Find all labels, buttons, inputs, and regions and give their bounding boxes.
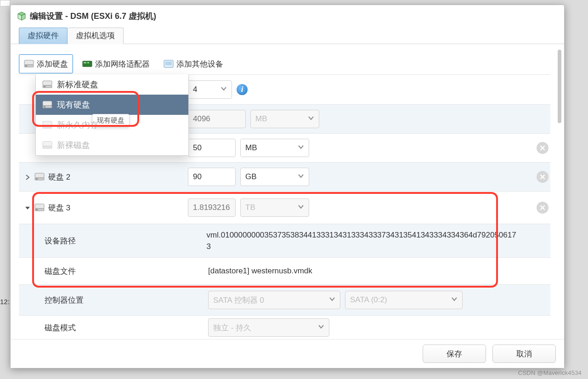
disk2-unit-value: GB: [245, 172, 257, 181]
chevron-down-icon: [308, 114, 314, 124]
add-nic-label: 添加网络适配器: [95, 59, 150, 69]
disk3-row: 硬盘 3 TB: [19, 192, 550, 224]
dialog-title: 编辑设置 - DSM (ESXi 6.7 虚拟机): [30, 11, 156, 22]
disk1-unit-select[interactable]: MB: [240, 139, 309, 157]
info-icon[interactable]: i: [237, 84, 248, 95]
hardware-toolbar: 添加硬盘 添加网络适配器 添加其他设备: [19, 54, 550, 74]
dialog-footer: 保存 取消: [11, 339, 564, 368]
disk1-unit-value: MB: [245, 143, 257, 153]
disk3-unit-select[interactable]: TB: [240, 198, 309, 217]
hard-disk-icon: [42, 121, 52, 129]
remove-disk1-button[interactable]: [537, 142, 548, 154]
expand-disk2-toggle[interactable]: [24, 174, 31, 180]
vertical-scrollbar[interactable]: [558, 50, 561, 334]
chevron-down-icon: [329, 295, 335, 305]
disk3-label: 硬盘 3: [48, 203, 70, 213]
memory-unit-select[interactable]: MB: [250, 110, 319, 128]
device-path-row: 设备路径 vml.0100000000353735383441333134313…: [19, 224, 550, 258]
chevron-down-icon: [318, 323, 324, 332]
new-persistent-memory-label: 新永久内存: [57, 119, 98, 130]
controller-port-value: SATA (0:2): [350, 295, 387, 305]
hard-disk-icon: [42, 101, 52, 109]
chevron-down-icon: [451, 295, 458, 305]
add-hard-disk-label: 添加硬盘: [37, 59, 68, 69]
add-network-adapter-button[interactable]: 添加网络适配器: [78, 54, 154, 74]
tab-vm-options[interactable]: 虚拟机选项: [68, 28, 124, 44]
tab-virtual-hardware[interactable]: 虚拟硬件: [19, 28, 68, 44]
disk1-size-input[interactable]: [188, 139, 236, 157]
chevron-down-icon: [298, 172, 304, 181]
hard-disk-icon: [34, 204, 45, 212]
collapse-disk3-toggle[interactable]: [24, 204, 31, 211]
remove-disk2-button[interactable]: [537, 171, 548, 183]
add-other-label: 添加其他设备: [176, 59, 223, 69]
disk-file-label: 磁盘文件: [45, 266, 76, 277]
disk-mode-select[interactable]: 独立 - 持久: [208, 318, 329, 337]
controller-location-label: 控制器位置: [45, 295, 84, 305]
disk2-size-input[interactable]: [188, 168, 236, 186]
chevron-down-icon: [298, 143, 304, 153]
chevron-down-icon: [220, 85, 227, 94]
disk3-unit-value: TB: [245, 203, 255, 212]
hard-disk-icon: [42, 141, 52, 149]
existing-disk-item[interactable]: 现有硬盘 现有硬盘: [36, 95, 188, 115]
new-raw-disk-label: 新裸磁盘: [57, 140, 90, 151]
device-path-label: 设备路径: [45, 236, 76, 246]
add-other-device-button[interactable]: 添加其他设备: [159, 54, 228, 74]
other-device-icon: [164, 60, 174, 68]
tabs: 虚拟硬件 虚拟机选项: [11, 27, 564, 44]
hard-disk-icon: [42, 80, 52, 89]
nic-icon: [82, 60, 92, 68]
disk2-row: 硬盘 2 GB: [19, 163, 550, 192]
cpu-count-select[interactable]: 4: [188, 80, 232, 99]
disk-mode-row: 磁盘模式 独立 - 持久: [19, 316, 550, 339]
watermark: CSDN @Maverick4534: [518, 369, 582, 376]
vm-icon: [17, 11, 26, 21]
chevron-down-icon: [298, 203, 304, 212]
controller-port-select[interactable]: SATA (0:2): [345, 291, 463, 309]
disk-mode-value: 独立 - 持久: [213, 322, 251, 333]
disk-file-value: [datastore1] westernusb.vmdk: [208, 266, 312, 276]
cancel-button[interactable]: 取消: [492, 345, 556, 363]
disk3-size-input[interactable]: [188, 198, 236, 217]
new-standard-disk-label: 新标准硬盘: [57, 79, 98, 90]
save-button[interactable]: 保存: [423, 345, 486, 363]
new-persistent-memory-item[interactable]: 新永久内存: [36, 115, 188, 135]
hard-disk-icon: [34, 173, 45, 181]
dialog-titlebar: 编辑设置 - DSM (ESXi 6.7 虚拟机): [11, 5, 564, 27]
disk-file-row: 磁盘文件 [datastore1] westernusb.vmdk: [19, 258, 550, 285]
disk-mode-label: 磁盘模式: [45, 322, 76, 333]
disk2-label: 硬盘 2: [48, 172, 70, 182]
existing-disk-label: 现有硬盘: [57, 99, 90, 110]
disk2-unit-select[interactable]: GB: [240, 168, 309, 186]
hard-disk-icon: [24, 60, 34, 68]
new-standard-disk-item[interactable]: 新标准硬盘: [36, 74, 188, 95]
add-hard-disk-button[interactable]: 添加硬盘: [19, 54, 73, 74]
controller-select[interactable]: SATA 控制器 0: [208, 291, 340, 309]
controller-select-value: SATA 控制器 0: [213, 295, 264, 305]
add-disk-dropdown: 新标准硬盘 现有硬盘 现有硬盘 新永久内存 新裸磁盘: [35, 74, 189, 156]
scrollbar-thumb[interactable]: [558, 50, 561, 123]
memory-unit-value: MB: [255, 114, 267, 124]
new-raw-disk-item[interactable]: 新裸磁盘: [36, 135, 188, 155]
bg-time-label: 12:: [0, 298, 10, 305]
device-path-value: vml.010000000035373538344133313431333433…: [207, 229, 518, 253]
remove-disk3-button[interactable]: [537, 202, 548, 214]
controller-location-row: 控制器位置 SATA 控制器 0 SATA (0:2): [19, 285, 550, 316]
cpu-count-value: 4: [193, 85, 197, 94]
edit-settings-dialog: 编辑设置 - DSM (ESXi 6.7 虚拟机) 虚拟硬件 虚拟机选项 添加硬…: [10, 5, 565, 368]
memory-size-input[interactable]: [188, 110, 246, 128]
